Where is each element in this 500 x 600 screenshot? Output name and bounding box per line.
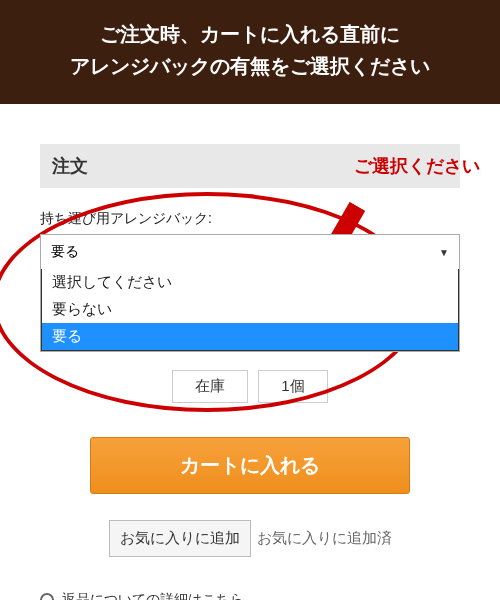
select-display[interactable]: 要る ▼ xyxy=(41,235,459,269)
return-policy-link[interactable]: 返品についての詳細はこちら xyxy=(62,591,244,600)
banner-line2: アレンジバックの有無をご選択ください xyxy=(10,50,490,82)
stock-label: 在庫 xyxy=(172,370,248,403)
return-policy-row: 返品についての詳細はこちら xyxy=(40,591,460,600)
option-yes[interactable]: 要る xyxy=(42,323,458,350)
radio-icon[interactable] xyxy=(40,593,54,600)
stock-row: 在庫 1個 xyxy=(40,370,460,403)
option-placeholder[interactable]: 選択してください xyxy=(42,269,458,296)
arrange-bag-label: 持ち運び用アレンジバック: xyxy=(40,210,460,228)
favorite-row: お気に入りに追加 お気に入りに追加済 xyxy=(40,520,460,557)
stock-quantity: 1個 xyxy=(258,370,327,403)
select-dropdown: 選択してください 要らない 要る xyxy=(41,269,459,351)
add-favorite-button[interactable]: お気に入りに追加 xyxy=(109,520,251,557)
instruction-banner: ご注文時、カートに入れる直前に アレンジバックの有無をご選択ください xyxy=(0,0,500,104)
select-value: 要る xyxy=(51,243,79,261)
callout-text: ご選択ください xyxy=(354,154,480,178)
order-panel: ご選択ください 注文 持ち運び用アレンジバック: 要る ▼ 選択してください 要… xyxy=(0,144,500,600)
banner-line1: ご注文時、カートに入れる直前に xyxy=(10,18,490,50)
option-no[interactable]: 要らない xyxy=(42,296,458,323)
favorite-added-text: お気に入りに追加済 xyxy=(257,529,392,548)
chevron-down-icon: ▼ xyxy=(439,247,449,258)
arrange-bag-select[interactable]: 要る ▼ 選択してください 要らない 要る xyxy=(40,234,460,352)
add-to-cart-button[interactable]: カートに入れる xyxy=(90,437,410,494)
